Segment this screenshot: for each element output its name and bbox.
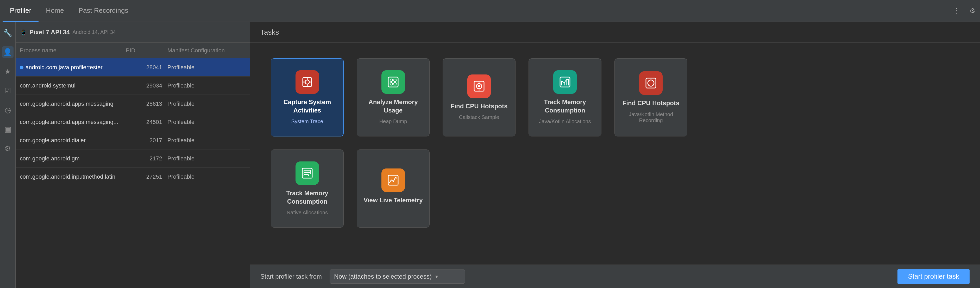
task-card-live-telemetry[interactable]: View Live Telemetry [357,150,430,228]
task-icon-method-recording [639,72,663,95]
process-name-cell-0: android.com.java.profilertester [20,64,126,71]
tasks-header: Tasks [250,22,980,43]
task-card-callstack-title: Find CPU Hotspots [451,102,508,110]
settings-icon[interactable]: ⚙ [967,5,977,17]
task-icon-system-trace [296,70,319,94]
task-card-method-recording[interactable]: Find CPU Hotspots Java/Kotlin Method Rec… [614,58,687,137]
task-card-system-trace-subtitle: System Trace [291,118,323,124]
sidebar-icon-clock[interactable]: ◷ [2,104,14,116]
task-card-native-alloc-title: Track Memory Consumption [276,189,338,205]
process-pid-1: 29034 [126,82,167,89]
sidebar-icons: 🔧 👤 ★ ☑ ◷ ▣ ⚙ [0,22,16,288]
task-card-heap-dump-subtitle: Heap Dump [379,118,407,124]
sidebar-icon-tool[interactable]: 🔧 [2,27,14,38]
tasks-grid: Capture System Activities System Trace [250,43,980,264]
svg-point-9 [390,83,393,85]
process-pid-4: 2017 [126,137,167,144]
task-icon-java-kotlin-alloc [553,70,577,94]
task-card-method-recording-subtitle: Java/Kotlin Method Recording [620,111,682,123]
task-card-java-kotlin-subtitle: Java/Kotlin Allocations [539,118,591,124]
task-card-callstack[interactable]: Find CPU Hotspots Callstack Sample [442,58,515,137]
process-row-2[interactable]: com.google.android.apps.messaging28613Pr… [16,95,250,113]
process-manifest-5: Profileable [167,155,245,162]
dropdown-value: Now (attaches to selected process) [334,273,432,280]
process-row-0[interactable]: android.com.java.profilertester28041Prof… [16,58,250,76]
process-pid-0: 28041 [126,64,167,71]
task-icon-heap-dump [382,70,405,94]
task-card-java-kotlin-alloc[interactable]: Track Memory Consumption Java/Kotlin All… [528,58,601,137]
device-row: 📱 Pixel 7 API 34 Android 14, API 34 [16,22,250,43]
profiler-task-dropdown[interactable]: Now (attaches to selected process) ▾ [329,269,465,283]
tab-past-recordings-label: Past Recordings [79,6,128,14]
process-name-5: com.google.android.gm [20,155,80,162]
task-card-system-trace-title: Capture System Activities [276,98,338,114]
tab-past-recordings[interactable]: Past Recordings [72,0,136,22]
process-name-3: com.google.android.apps.messaging... [20,119,118,126]
tab-profiler[interactable]: Profiler [3,0,38,22]
start-profiler-button[interactable]: Start profiler task [897,269,970,284]
svg-point-1 [305,80,309,84]
start-from-label: Start profiler task from [260,273,322,280]
process-pid-3: 24501 [126,119,167,126]
sidebar-icon-profile[interactable]: 👤 [2,46,14,58]
task-card-heap-dump[interactable]: Analyze Memory Usage Heap Dump [357,58,430,137]
task-icon-live-telemetry [382,169,405,192]
process-pid-6: 27251 [126,173,167,180]
svg-rect-29 [388,175,398,185]
process-name-cell-5: com.google.android.gm [20,155,126,162]
process-panel: 📱 Pixel 7 API 34 Android 14, API 34 Proc… [16,22,250,288]
svg-rect-26 [304,170,310,172]
process-manifest-6: Profileable [167,173,245,180]
process-name-6: com.google.android.inputmethod.latin [20,173,115,180]
tasks-title: Tasks [260,28,279,37]
process-dot-0 [20,65,24,69]
process-name-cell-4: com.google.android.dialer [20,137,126,144]
device-name: Pixel 7 API 34 [29,29,70,36]
col-pid: PID [126,47,167,54]
process-name-2: com.google.android.apps.messaging [20,100,113,107]
process-manifest-0: Profileable [167,64,245,71]
task-card-callstack-subtitle: Callstack Sample [459,114,500,120]
process-pid-2: 28613 [126,100,167,107]
process-pid-5: 2172 [126,155,167,162]
task-icon-native-alloc [296,161,319,185]
svg-point-8 [394,79,396,81]
process-row-3[interactable]: com.google.android.apps.messaging...2450… [16,113,250,131]
task-card-java-kotlin-title: Track Memory Consumption [534,98,596,114]
process-name-cell-6: com.google.android.inputmethod.latin [20,173,126,180]
tasks-panel: Tasks Capture Syste [250,22,980,288]
svg-rect-6 [388,77,398,87]
tab-profiler-label: Profiler [10,6,31,14]
svg-point-13 [478,85,480,87]
sidebar-icon-cog[interactable]: ⚙ [2,143,14,154]
tab-bar-actions: ⋮ ⚙ [951,5,977,17]
process-row-5[interactable]: com.google.android.gm2172Profileable [16,150,250,168]
task-card-heap-dump-title: Analyze Memory Usage [362,98,424,114]
sidebar-icon-checklist[interactable]: ☑ [2,85,14,96]
svg-rect-27 [304,172,310,174]
process-row-1[interactable]: com.android.systemui29034Profileable [16,76,250,95]
task-card-native-alloc[interactable]: Track Memory Consumption Native Allocati… [271,150,344,228]
sidebar-icon-star[interactable]: ★ [2,65,14,77]
task-card-method-recording-title: Find CPU Hotspots [622,99,679,107]
process-manifest-4: Profileable [167,137,245,144]
col-process-name: Process name [20,47,126,54]
tasks-row-1: Capture System Activities System Trace [271,58,959,137]
bottom-bar: Start profiler task from Now (attaches t… [250,264,980,288]
process-name-4: com.google.android.dialer [20,137,86,144]
process-name-1: com.android.systemui [20,82,75,89]
process-row-4[interactable]: com.google.android.dialer2017Profileable [16,131,250,150]
svg-point-10 [394,83,396,85]
process-name-cell-2: com.google.android.apps.messaging [20,100,126,107]
svg-point-7 [390,79,393,81]
device-icon: 📱 [20,29,27,36]
task-icon-callstack [467,75,491,98]
more-options-icon[interactable]: ⋮ [951,5,962,17]
task-card-system-trace[interactable]: Capture System Activities System Trace [271,58,344,137]
tab-bar: Profiler Home Past Recordings ⋮ ⚙ [0,0,980,22]
tab-home[interactable]: Home [38,0,71,22]
device-api: Android 14, API 34 [72,29,116,35]
process-name-0: android.com.java.profilertester [25,64,103,71]
sidebar-icon-terminal[interactable]: ▣ [2,123,14,135]
process-row-6[interactable]: com.google.android.inputmethod.latin2725… [16,168,250,186]
